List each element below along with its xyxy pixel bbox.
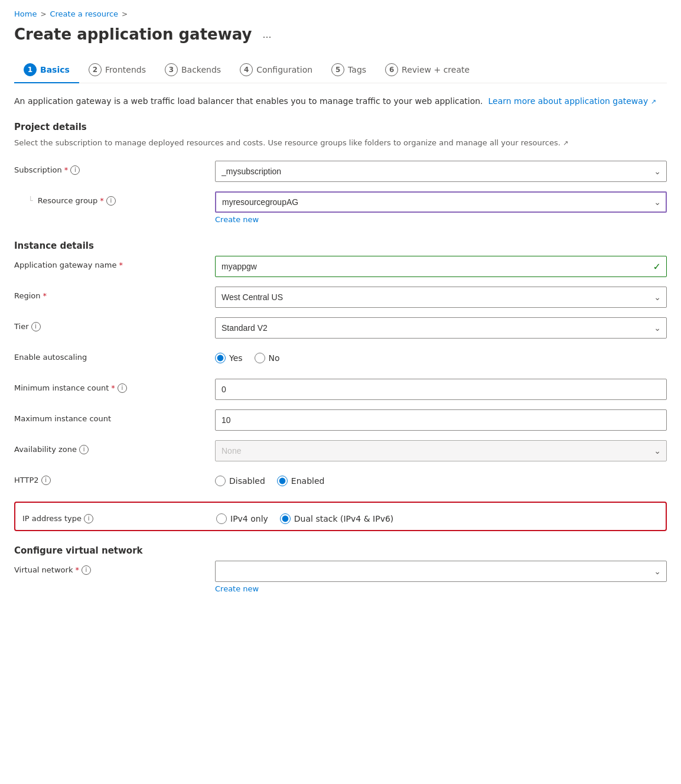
subscription-select[interactable]: _mysubscription (215, 161, 667, 182)
tab-number-configuration: 4 (240, 63, 253, 76)
ellipsis-button[interactable]: ... (259, 27, 275, 42)
tab-number-basics: 1 (24, 63, 37, 76)
gateway-name-wrapper (215, 256, 667, 277)
page-title-row: Create application gateway ... (14, 25, 667, 43)
http2-enabled-radio[interactable] (277, 476, 288, 486)
http2-disabled-option[interactable]: Disabled (215, 476, 265, 486)
availability-zone-info-icon[interactable]: i (79, 445, 89, 454)
availability-zone-control: None (215, 440, 667, 461)
autoscaling-control: Yes No (215, 348, 667, 363)
autoscaling-yes-option[interactable]: Yes (215, 353, 243, 363)
vnet-select-wrapper (215, 561, 667, 582)
ip-type-ipv4-label: IPv4 only (230, 514, 268, 523)
tab-basics[interactable]: 1 Basics (14, 57, 79, 83)
region-select-wrapper: West Central US (215, 287, 667, 308)
max-count-label: Maximum instance count (14, 409, 215, 423)
autoscaling-no-radio[interactable] (255, 353, 265, 363)
subscription-row: Subscription * i _mysubscription (14, 161, 667, 182)
vnet-required: * (75, 565, 79, 574)
tab-label-tags: Tags (348, 65, 366, 74)
availability-zone-select[interactable]: None (215, 440, 667, 461)
subscription-select-wrapper: _mysubscription (215, 161, 667, 182)
resource-group-info-icon[interactable]: i (106, 196, 116, 206)
resource-group-label: └ Resource group * i (14, 191, 215, 206)
min-count-info-icon[interactable]: i (118, 383, 127, 393)
max-count-row: Maximum instance count (14, 409, 667, 431)
tab-backends[interactable]: 3 Backends (155, 57, 230, 83)
name-required: * (119, 261, 123, 269)
breadcrumb-home[interactable]: Home (14, 9, 37, 18)
autoscaling-yes-radio[interactable] (215, 353, 226, 363)
tier-info-icon[interactable]: i (31, 322, 41, 331)
subscription-required: * (64, 165, 69, 174)
ip-type-control: IPv4 only Dual stack (IPv4 & IPv6) (216, 509, 659, 524)
min-count-control (215, 379, 667, 400)
ip-type-ipv4-option[interactable]: IPv4 only (216, 513, 268, 524)
tabs-bar: 1 Basics 2 Frontends 3 Backends 4 Config… (14, 57, 667, 83)
http2-disabled-label: Disabled (229, 476, 265, 486)
max-count-control (215, 409, 667, 431)
project-desc-external-icon: ↗ (563, 139, 568, 147)
learn-more-link[interactable]: Learn more about application gateway ↗ (488, 96, 656, 106)
tab-review-create[interactable]: 6 Review + create (376, 57, 479, 83)
tab-label-basics: Basics (40, 65, 70, 74)
autoscaling-yes-label: Yes (229, 353, 243, 363)
resource-group-create-new[interactable]: Create new (215, 215, 259, 224)
autoscaling-row: Enable autoscaling Yes No (14, 348, 667, 369)
min-count-required: * (111, 383, 115, 392)
region-row: Region * West Central US (14, 287, 667, 308)
availability-zone-label: Availability zone i (14, 440, 215, 454)
tier-label: Tier i (14, 317, 215, 331)
tab-label-review: Review + create (402, 65, 470, 74)
subscription-info-icon[interactable]: i (70, 165, 80, 175)
tab-number-tags: 5 (331, 63, 344, 76)
gateway-name-label: Application gateway name * (14, 256, 215, 269)
max-count-input[interactable] (215, 409, 667, 431)
tab-configuration[interactable]: 4 Configuration (230, 57, 322, 83)
ip-type-info-icon[interactable]: i (84, 514, 93, 523)
vnet-info-icon[interactable]: i (82, 565, 91, 575)
region-control: West Central US (215, 287, 667, 308)
tier-row: Tier i Standard V2 (14, 317, 667, 339)
subscription-label: Subscription * i (14, 161, 215, 175)
region-select[interactable]: West Central US (215, 287, 667, 308)
vnet-create-new[interactable]: Create new (215, 584, 259, 593)
tier-control: Standard V2 (215, 317, 667, 339)
autoscaling-label: Enable autoscaling (14, 348, 215, 362)
autoscaling-radio-group: Yes No (215, 348, 667, 363)
gateway-name-input[interactable] (215, 256, 667, 277)
subscription-control: _mysubscription (215, 161, 667, 182)
tab-number-frontends: 2 (89, 63, 102, 76)
http2-row: HTTP2 i Disabled Enabled (14, 471, 667, 492)
project-details-desc: Select the subscription to manage deploy… (14, 137, 667, 149)
http2-enabled-option[interactable]: Enabled (277, 476, 325, 486)
resource-group-row: └ Resource group * i myresourcegroupAG C… (14, 191, 667, 224)
ip-type-dual-option[interactable]: Dual stack (IPv4 & IPv6) (280, 513, 393, 524)
ip-type-label: IP address type i (22, 509, 216, 523)
description-text: An application gateway is a web traffic … (14, 95, 667, 108)
ip-address-type-row: IP address type i IPv4 only Dual stack (… (14, 502, 667, 531)
vnet-control: Create new (215, 561, 667, 593)
tier-select[interactable]: Standard V2 (215, 317, 667, 339)
tab-frontends[interactable]: 2 Frontends (79, 57, 155, 83)
autoscaling-no-option[interactable]: No (255, 353, 280, 363)
vnet-label: Virtual network * i (14, 561, 215, 575)
http2-disabled-radio[interactable] (215, 476, 226, 486)
ip-type-dual-radio[interactable] (280, 513, 291, 524)
gateway-name-control (215, 256, 667, 277)
http2-info-icon[interactable]: i (41, 476, 51, 485)
region-label: Region * (14, 287, 215, 300)
tab-tags[interactable]: 5 Tags (322, 57, 376, 83)
ip-type-ipv4-radio[interactable] (216, 513, 227, 524)
ip-type-dual-label: Dual stack (IPv4 & IPv6) (294, 514, 393, 523)
availability-zone-select-wrapper: None (215, 440, 667, 461)
resource-group-select[interactable]: myresourcegroupAG (215, 191, 667, 213)
breadcrumb-create-resource[interactable]: Create a resource (50, 9, 118, 18)
instance-details-header: Instance details (14, 240, 667, 251)
vnet-select[interactable] (215, 561, 667, 582)
min-count-row: Minimum instance count * i (14, 379, 667, 400)
gateway-name-row: Application gateway name * (14, 256, 667, 277)
page-title: Create application gateway (14, 25, 252, 43)
min-count-input[interactable] (215, 379, 667, 400)
resource-group-required: * (100, 196, 104, 205)
